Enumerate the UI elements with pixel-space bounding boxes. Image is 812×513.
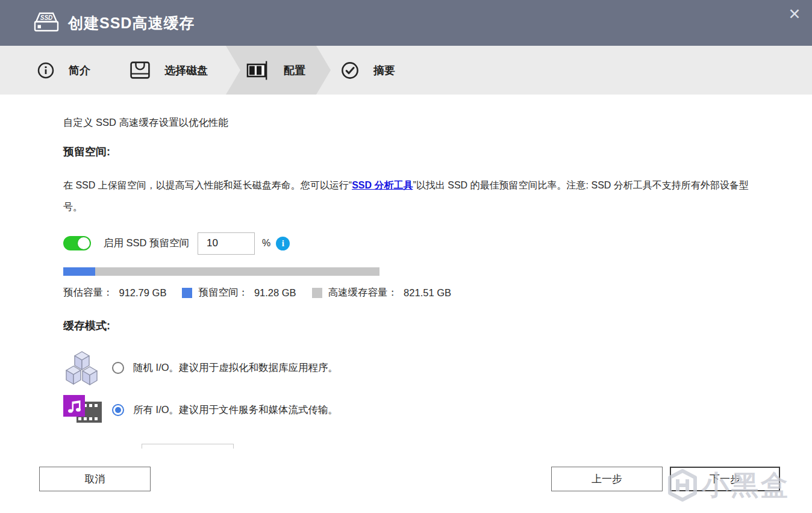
wizard-step-configure-active[interactable]: 配置: [226, 46, 331, 95]
reserved-swatch-icon: [182, 288, 192, 298]
over-provisioning-description: 在 SSD 上保留空间，以提高写入性能和延长磁盘寿命。您可以运行“SSD 分析工…: [63, 175, 751, 218]
op-toggle-label: 启用 SSD 预留空间: [104, 237, 189, 250]
wizard-steps-bar: 简介 选择磁盘 配置 摘要: [0, 46, 812, 95]
check-circle-icon: [341, 61, 359, 79]
dialog-titlebar: SSD 创建SSD高速缓存 ✕: [0, 0, 812, 46]
radio-all-io[interactable]: [112, 404, 124, 416]
wizard-step-label: 配置: [284, 63, 305, 78]
info-circle-icon: [37, 62, 54, 79]
ssd-profiling-tool-link[interactable]: SSD 分析工具: [352, 180, 413, 190]
ssd-cache-wizard-dialog: SSD 创建SSD高速缓存 ✕ 简介 选择磁盘: [0, 0, 812, 513]
toggle-knob: [78, 237, 90, 249]
cubes-icon: [63, 350, 99, 386]
wizard-step-label: 简介: [69, 63, 90, 78]
wizard-step-summary[interactable]: 摘要: [341, 46, 395, 95]
desc-text-before: 在 SSD 上保留空间，以提高写入性能和延长磁盘寿命。您可以运行“: [63, 180, 352, 190]
music-note-icon: [63, 395, 85, 417]
estimated-capacity-value: 912.79 GB: [119, 287, 167, 299]
op-percent-input[interactable]: [198, 232, 255, 255]
estimated-capacity-label: 预估容量：: [63, 286, 113, 299]
reserved-space-value: 91.28 GB: [254, 287, 296, 299]
op-toggle-row: 启用 SSD 预留空间 % i: [63, 232, 290, 255]
dialog-title: 创建SSD高速缓存: [68, 13, 195, 33]
wizard-step-label: 摘要: [373, 63, 395, 78]
op-toggle-switch[interactable]: [63, 236, 91, 250]
random-io-label: 随机 I/O。建议用于虚拟化和数据库应用程序。: [133, 361, 338, 375]
close-icon[interactable]: ✕: [784, 4, 805, 24]
cache-mode-option-all: 所有 I/O。建议用于文件服务和媒体流式传输。: [63, 395, 338, 425]
next-button[interactable]: 下一步: [670, 467, 780, 491]
capacity-bar: [63, 267, 379, 276]
svg-text:SSD: SSD: [40, 14, 53, 21]
percent-sign: %: [262, 238, 270, 249]
wizard-step-label: 选择磁盘: [164, 63, 208, 78]
media-icon: [63, 395, 102, 425]
partition-config-icon: [246, 59, 270, 82]
intro-text: 自定义 SSD 高速缓存设置以优化性能: [63, 116, 228, 129]
cancel-button[interactable]: 取消: [39, 467, 151, 491]
op-bar-reserved: [63, 267, 95, 276]
over-provisioning-heading: 预留空间:: [63, 145, 110, 159]
cache-mode-heading: 缓存模式:: [63, 319, 110, 333]
capacity-legend: 预估容量： 912.79 GB 预留空间： 91.28 GB 高速缓存容量： 8…: [63, 286, 451, 299]
cache-capacity-value: 821.51 GB: [404, 287, 451, 299]
info-icon[interactable]: i: [276, 237, 290, 250]
reserved-space-label: 预留空间：: [198, 286, 248, 299]
dialog-footer: 取消 上一步 下一步: [0, 449, 812, 513]
wizard-step-intro[interactable]: 简介: [37, 46, 90, 95]
cache-swatch-icon: [312, 288, 322, 298]
radio-random-io[interactable]: [112, 362, 124, 374]
cache-capacity-label: 高速缓存容量：: [328, 286, 398, 299]
back-button[interactable]: 上一步: [551, 467, 663, 491]
cache-mode-option-random: 随机 I/O。建议用于虚拟化和数据库应用程序。: [63, 350, 338, 386]
configure-step-content: 自定义 SSD 高速缓存设置以优化性能 预留空间: 在 SSD 上保留空间，以提…: [0, 95, 812, 449]
wizard-step-select-disks[interactable]: 选择磁盘: [130, 46, 208, 95]
disk-drive-icon: [130, 61, 150, 79]
ssd-drive-icon: SSD: [33, 10, 60, 36]
all-io-label: 所有 I/O。建议用于文件服务和媒体流式传输。: [133, 403, 338, 417]
